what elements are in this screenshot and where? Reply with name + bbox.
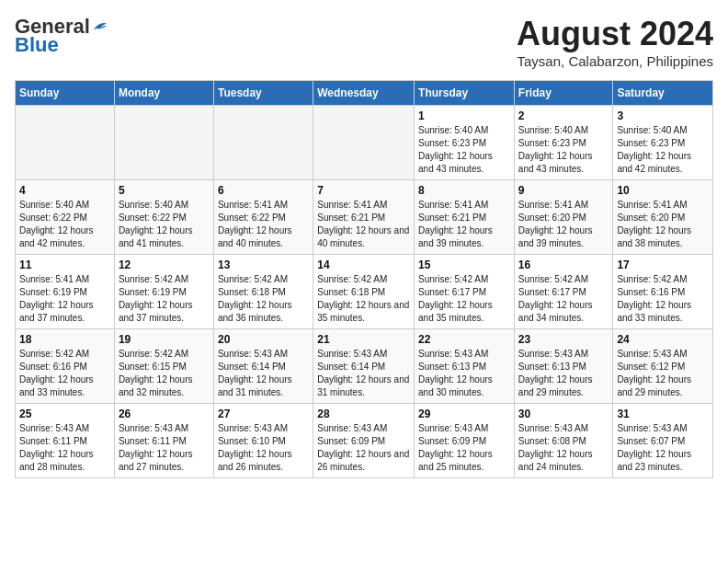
calendar-cell: 23Sunrise: 5:43 AMSunset: 6:13 PMDayligh…	[514, 329, 613, 404]
day-number: 25	[19, 408, 110, 420]
week-row-2: 4Sunrise: 5:40 AMSunset: 6:22 PMDaylight…	[16, 180, 713, 255]
col-header-wednesday: Wednesday	[313, 81, 415, 106]
calendar-cell: 6Sunrise: 5:41 AMSunset: 6:22 PMDaylight…	[213, 180, 313, 255]
day-number: 6	[218, 184, 309, 197]
day-number: 4	[19, 184, 110, 197]
day-info: Sunrise: 5:40 AMSunset: 6:22 PMDaylight:…	[119, 199, 210, 250]
day-info: Sunrise: 5:41 AMSunset: 6:21 PMDaylight:…	[317, 199, 410, 250]
calendar-table: SundayMondayTuesdayWednesdayThursdayFrid…	[15, 80, 713, 478]
calendar-cell: 8Sunrise: 5:41 AMSunset: 6:21 PMDaylight…	[415, 180, 515, 255]
calendar-cell: 14Sunrise: 5:42 AMSunset: 6:18 PMDayligh…	[313, 255, 415, 329]
day-number: 13	[218, 259, 309, 271]
calendar-cell: 18Sunrise: 5:42 AMSunset: 6:16 PMDayligh…	[16, 329, 115, 404]
month-year-title: August 2024	[517, 15, 713, 53]
day-number: 21	[317, 333, 410, 346]
calendar-cell: 2Sunrise: 5:40 AMSunset: 6:23 PMDaylight…	[514, 106, 613, 180]
location-subtitle: Taysan, Calabarzon, Philippines	[517, 53, 713, 69]
day-info: Sunrise: 5:41 AMSunset: 6:22 PMDaylight:…	[218, 199, 309, 250]
day-info: Sunrise: 5:42 AMSunset: 6:19 PMDaylight:…	[119, 273, 210, 325]
day-number: 20	[218, 333, 309, 346]
col-header-sunday: Sunday	[16, 81, 115, 106]
page-header: General Blue August 2024 Taysan, Calabar…	[15, 15, 713, 69]
day-info: Sunrise: 5:43 AMSunset: 6:13 PMDaylight:…	[518, 348, 609, 399]
day-number: 2	[518, 109, 609, 122]
calendar-cell: 3Sunrise: 5:40 AMSunset: 6:23 PMDaylight…	[613, 106, 713, 180]
calendar-cell	[114, 106, 213, 180]
day-number: 29	[418, 408, 510, 420]
calendar-cell	[16, 106, 115, 180]
calendar-cell: 29Sunrise: 5:43 AMSunset: 6:09 PMDayligh…	[415, 404, 515, 478]
calendar-cell: 21Sunrise: 5:43 AMSunset: 6:14 PMDayligh…	[313, 329, 415, 404]
day-info: Sunrise: 5:43 AMSunset: 6:14 PMDaylight:…	[317, 348, 410, 399]
calendar-cell: 9Sunrise: 5:41 AMSunset: 6:20 PMDaylight…	[514, 180, 613, 255]
calendar-cell: 26Sunrise: 5:43 AMSunset: 6:11 PMDayligh…	[114, 404, 213, 478]
calendar-cell: 22Sunrise: 5:43 AMSunset: 6:13 PMDayligh…	[415, 329, 515, 404]
day-info: Sunrise: 5:41 AMSunset: 6:20 PMDaylight:…	[617, 199, 709, 250]
calendar-header-row: SundayMondayTuesdayWednesdayThursdayFrid…	[16, 81, 713, 106]
day-info: Sunrise: 5:42 AMSunset: 6:16 PMDaylight:…	[617, 273, 709, 325]
calendar-cell: 11Sunrise: 5:41 AMSunset: 6:19 PMDayligh…	[16, 255, 115, 329]
day-number: 27	[218, 408, 309, 420]
day-number: 16	[518, 259, 609, 271]
calendar-cell: 10Sunrise: 5:41 AMSunset: 6:20 PMDayligh…	[613, 180, 713, 255]
calendar-cell: 25Sunrise: 5:43 AMSunset: 6:11 PMDayligh…	[16, 404, 115, 478]
day-number: 3	[617, 109, 709, 122]
day-number: 19	[119, 333, 210, 346]
day-number: 31	[617, 408, 709, 420]
day-number: 12	[119, 259, 210, 271]
calendar-cell	[313, 106, 415, 180]
day-info: Sunrise: 5:43 AMSunset: 6:10 PMDaylight:…	[218, 422, 309, 474]
calendar-cell: 12Sunrise: 5:42 AMSunset: 6:19 PMDayligh…	[114, 255, 213, 329]
week-row-3: 11Sunrise: 5:41 AMSunset: 6:19 PMDayligh…	[16, 255, 713, 329]
calendar-cell: 13Sunrise: 5:42 AMSunset: 6:18 PMDayligh…	[213, 255, 313, 329]
day-info: Sunrise: 5:43 AMSunset: 6:12 PMDaylight:…	[617, 348, 709, 399]
calendar-cell: 15Sunrise: 5:42 AMSunset: 6:17 PMDayligh…	[415, 255, 515, 329]
day-number: 14	[317, 259, 410, 271]
day-number: 18	[19, 333, 110, 346]
day-info: Sunrise: 5:42 AMSunset: 6:18 PMDaylight:…	[218, 273, 309, 325]
day-info: Sunrise: 5:43 AMSunset: 6:14 PMDaylight:…	[218, 348, 309, 399]
calendar-cell: 17Sunrise: 5:42 AMSunset: 6:16 PMDayligh…	[613, 255, 713, 329]
day-info: Sunrise: 5:40 AMSunset: 6:23 PMDaylight:…	[518, 124, 609, 176]
day-number: 28	[317, 408, 410, 420]
day-number: 7	[317, 184, 410, 197]
day-info: Sunrise: 5:40 AMSunset: 6:22 PMDaylight:…	[19, 199, 110, 250]
day-info: Sunrise: 5:42 AMSunset: 6:17 PMDaylight:…	[518, 273, 609, 325]
day-number: 11	[19, 259, 110, 271]
col-header-friday: Friday	[514, 81, 613, 106]
day-info: Sunrise: 5:42 AMSunset: 6:18 PMDaylight:…	[317, 273, 410, 325]
calendar-cell: 5Sunrise: 5:40 AMSunset: 6:22 PMDaylight…	[114, 180, 213, 255]
day-number: 10	[617, 184, 709, 197]
day-number: 24	[617, 333, 709, 346]
day-info: Sunrise: 5:43 AMSunset: 6:08 PMDaylight:…	[518, 422, 609, 474]
calendar-cell: 7Sunrise: 5:41 AMSunset: 6:21 PMDaylight…	[313, 180, 415, 255]
day-number: 9	[518, 184, 609, 197]
calendar-cell: 16Sunrise: 5:42 AMSunset: 6:17 PMDayligh…	[514, 255, 613, 329]
calendar-cell: 1Sunrise: 5:40 AMSunset: 6:23 PMDaylight…	[415, 106, 515, 180]
day-number: 5	[119, 184, 210, 197]
day-info: Sunrise: 5:43 AMSunset: 6:09 PMDaylight:…	[418, 422, 510, 474]
week-row-4: 18Sunrise: 5:42 AMSunset: 6:16 PMDayligh…	[16, 329, 713, 404]
col-header-monday: Monday	[114, 81, 213, 106]
calendar-cell: 31Sunrise: 5:43 AMSunset: 6:07 PMDayligh…	[613, 404, 713, 478]
calendar-cell: 27Sunrise: 5:43 AMSunset: 6:10 PMDayligh…	[213, 404, 313, 478]
day-info: Sunrise: 5:41 AMSunset: 6:21 PMDaylight:…	[418, 199, 510, 250]
day-info: Sunrise: 5:41 AMSunset: 6:20 PMDaylight:…	[518, 199, 609, 250]
calendar-cell: 30Sunrise: 5:43 AMSunset: 6:08 PMDayligh…	[514, 404, 613, 478]
day-number: 23	[518, 333, 609, 346]
day-info: Sunrise: 5:43 AMSunset: 6:09 PMDaylight:…	[317, 422, 410, 474]
logo: General Blue	[15, 15, 108, 57]
day-number: 8	[418, 184, 510, 197]
week-row-1: 1Sunrise: 5:40 AMSunset: 6:23 PMDaylight…	[16, 106, 713, 180]
day-number: 22	[418, 333, 510, 346]
day-number: 26	[119, 408, 210, 420]
day-info: Sunrise: 5:42 AMSunset: 6:17 PMDaylight:…	[418, 273, 510, 325]
col-header-saturday: Saturday	[613, 81, 713, 106]
calendar-cell: 4Sunrise: 5:40 AMSunset: 6:22 PMDaylight…	[16, 180, 115, 255]
day-number: 30	[518, 408, 609, 420]
day-info: Sunrise: 5:43 AMSunset: 6:11 PMDaylight:…	[19, 422, 110, 474]
col-header-thursday: Thursday	[415, 81, 515, 106]
day-info: Sunrise: 5:43 AMSunset: 6:11 PMDaylight:…	[119, 422, 210, 474]
col-header-tuesday: Tuesday	[213, 81, 313, 106]
title-block: August 2024 Taysan, Calabarzon, Philippi…	[517, 15, 713, 69]
